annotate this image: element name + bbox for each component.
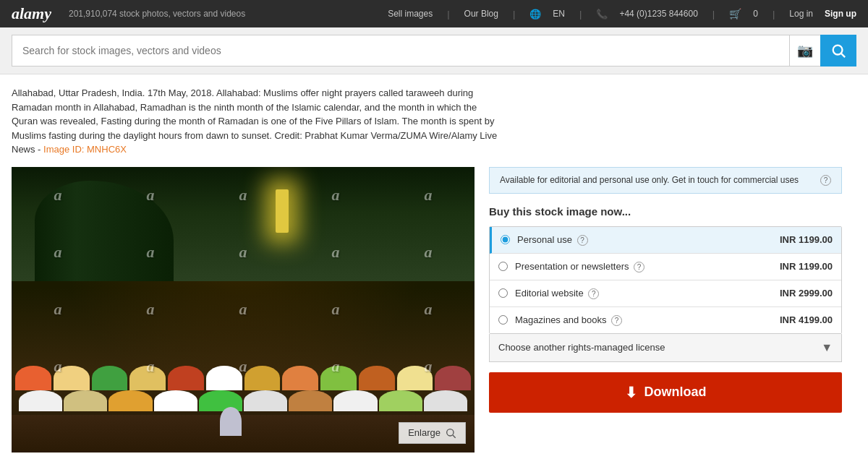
label-magazines: Magazines and books ? <box>515 314 780 326</box>
presentation-help-icon[interactable]: ? <box>634 262 644 273</box>
divider1: | <box>447 9 449 20</box>
dropdown-label: Choose another rights-managed license <box>498 342 665 353</box>
camera-search-button[interactable]: 📷 <box>789 35 820 67</box>
radio-personal[interactable] <box>501 235 510 244</box>
language-link[interactable]: EN <box>553 9 565 19</box>
license-option-editorial[interactable]: Editorial website ? INR 2999.00 <box>490 280 841 307</box>
availability-notice: Available for editorial and personal use… <box>489 167 842 194</box>
label-presentation: Presentation or newsletters ? <box>515 261 780 273</box>
phone-link[interactable]: +44 (0)1235 844600 <box>619 9 697 19</box>
divider3: | <box>579 9 582 20</box>
price-personal: INR 1199.00 <box>780 234 833 245</box>
right-panel: Available for editorial and personal use… <box>489 167 842 413</box>
signup-link[interactable]: Sign up <box>825 9 856 19</box>
crowd-row-2 <box>12 390 475 411</box>
download-icon: ⬇ <box>625 384 637 401</box>
price-presentation: INR 1199.00 <box>780 261 833 272</box>
editorial-help-icon[interactable]: ? <box>588 288 599 299</box>
price-editorial: INR 2999.00 <box>780 288 833 299</box>
svg-point-2 <box>447 429 454 435</box>
logo[interactable]: alamy <box>12 4 51 23</box>
license-option-magazines[interactable]: Magazines and books ? INR 4199.00 <box>490 307 841 333</box>
svg-line-3 <box>453 435 456 438</box>
divider5: | <box>773 9 775 20</box>
enlarge-button[interactable]: Enlarge <box>399 422 466 444</box>
language-globe-icon: 🌐 <box>529 9 541 20</box>
photo-background <box>12 167 475 452</box>
availability-text: Available for editorial and personal use… <box>500 175 799 185</box>
price-magazines: INR 4199.00 <box>780 314 833 325</box>
availability-help-icon[interactable]: ? <box>820 175 831 186</box>
enlarge-label: Enlarge <box>408 427 441 438</box>
child-figure <box>220 407 242 436</box>
license-options: Personal use ? INR 1199.00 Presentation … <box>489 226 842 334</box>
label-personal: Personal use ? <box>517 234 780 246</box>
content-row: a a a a a a a a a a a a a a a a a a a a <box>12 167 842 452</box>
cart-count[interactable]: 0 <box>753 9 758 19</box>
cart-icon: 🛒 <box>729 8 741 20</box>
personal-help-icon[interactable]: ? <box>577 235 588 246</box>
search-bar: 📷 <box>0 27 868 74</box>
radio-magazines[interactable] <box>498 315 508 325</box>
dropdown-arrow-icon: ▼ <box>821 341 833 354</box>
download-button[interactable]: ⬇ Download <box>489 372 842 413</box>
search-icon <box>830 43 846 59</box>
radio-editorial[interactable] <box>498 288 508 298</box>
license-option-presentation[interactable]: Presentation or newsletters ? INR 1199.0… <box>490 254 841 280</box>
blog-link[interactable]: Our Blog <box>464 9 498 19</box>
magazines-help-icon[interactable]: ? <box>611 315 622 326</box>
svg-point-0 <box>833 46 843 55</box>
download-label: Download <box>644 385 707 400</box>
label-editorial: Editorial website ? <box>515 288 780 299</box>
login-link[interactable]: Log in <box>789 9 813 19</box>
buy-title: Buy this stock image now... <box>489 205 842 218</box>
stock-count: 201,910,074 stock photos, vectors and vi… <box>69 9 245 19</box>
sell-images-link[interactable]: Sell images <box>388 9 433 19</box>
divider2: | <box>513 9 515 20</box>
license-option-personal[interactable]: Personal use ? INR 1199.00 <box>490 227 841 254</box>
magnify-icon <box>445 427 456 439</box>
image-description: Allahabad, Uttar Pradesh, India. 17th Ma… <box>12 86 503 157</box>
camera-icon: 📷 <box>797 43 813 59</box>
image-id: Image ID: MNHC6X <box>43 144 127 155</box>
svg-line-1 <box>841 53 845 57</box>
crowd-row-1 <box>12 366 475 390</box>
street-light <box>276 189 289 233</box>
search-input[interactable] <box>12 35 789 67</box>
search-button[interactable] <box>820 35 856 67</box>
phone-icon: 📞 <box>596 9 608 20</box>
divider4: | <box>712 9 715 20</box>
radio-presentation[interactable] <box>498 262 508 271</box>
main-content: Allahabad, Uttar Pradesh, India. 17th Ma… <box>0 74 854 459</box>
rights-managed-dropdown[interactable]: Choose another rights-managed license ▼ <box>489 334 842 362</box>
top-nav-bar: alamy 201,910,074 stock photos, vectors … <box>0 0 868 27</box>
stock-image-container: a a a a a a a a a a a a a a a a a a a a <box>12 167 475 452</box>
